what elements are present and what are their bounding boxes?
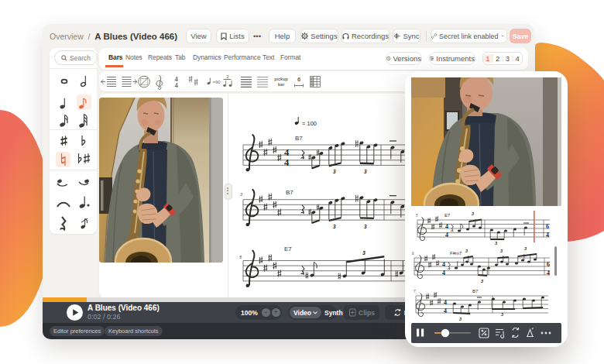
svg-text:4: 4 <box>284 157 290 168</box>
svg-text:3: 3 <box>472 211 474 216</box>
svg-text:4: 4 <box>444 299 447 306</box>
svg-text:E7: E7 <box>444 213 451 218</box>
svg-text:3: 3 <box>240 192 243 197</box>
svg-text:3: 3 <box>459 317 462 321</box>
svg-text:B7: B7 <box>295 135 303 142</box>
svg-text:6: 6 <box>412 252 414 256</box>
svg-text:pickup: pickup <box>274 77 288 81</box>
svg-text:6: 6 <box>547 261 550 268</box>
svg-text:6: 6 <box>297 76 300 83</box>
svg-text:7: 7 <box>414 290 416 294</box>
svg-text:F#m7: F#m7 <box>450 251 462 256</box>
svg-text:5: 5 <box>239 255 242 259</box>
svg-text:4: 4 <box>445 223 448 230</box>
svg-text:6: 6 <box>546 223 549 230</box>
svg-text:4: 4 <box>442 261 445 268</box>
svg-text:4: 4 <box>445 232 448 239</box>
svg-text:3: 3 <box>501 312 503 317</box>
svg-text:4: 4 <box>174 81 178 89</box>
svg-text:5: 5 <box>416 214 418 218</box>
svg-text:4: 4 <box>442 270 445 276</box>
svg-text:3: 3 <box>333 169 336 174</box>
svg-text:3: 3 <box>465 249 468 253</box>
svg-text:4: 4 <box>547 270 550 276</box>
svg-text:3: 3 <box>495 241 497 246</box>
svg-text:=90: =90 <box>213 80 221 84</box>
svg-text:E7: E7 <box>284 246 292 252</box>
svg-text:4: 4 <box>546 232 549 239</box>
svg-text:B7: B7 <box>286 189 293 196</box>
svg-text:3: 3 <box>364 169 367 174</box>
svg-text:3: 3 <box>524 246 527 251</box>
svg-text:bar: bar <box>278 82 285 87</box>
svg-text:3: 3 <box>226 74 229 79</box>
svg-text:B7: B7 <box>472 289 479 294</box>
svg-text:= 100: = 100 <box>302 120 317 127</box>
svg-text:4: 4 <box>284 147 290 158</box>
svg-text:3: 3 <box>481 279 483 283</box>
svg-text:3: 3 <box>500 249 503 253</box>
svg-text:4: 4 <box>444 307 447 314</box>
svg-text:3: 3 <box>362 250 365 256</box>
